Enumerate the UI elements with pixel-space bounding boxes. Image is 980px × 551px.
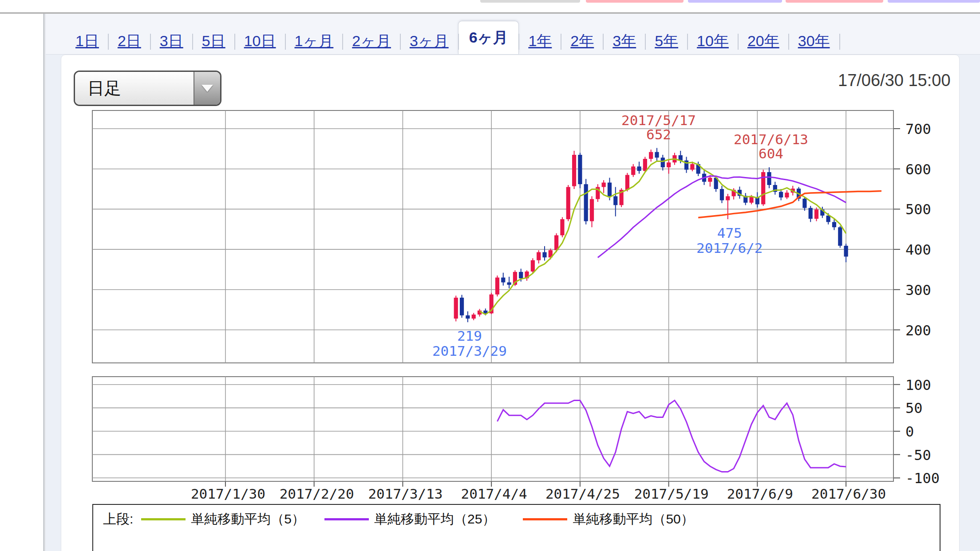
- tab-1year[interactable]: 1年: [519, 28, 561, 54]
- ma25-legend-label: 単純移動平均（25）: [374, 510, 495, 528]
- interval-select-value[interactable]: 日足: [75, 72, 194, 105]
- tab-2month[interactable]: 2ヶ月: [343, 28, 400, 54]
- tab-1day[interactable]: 1日: [66, 28, 108, 54]
- last-update-time: 17/06/30 15:00: [838, 71, 967, 90]
- legend-row: 上段: 単純移動平均（5） 単純移動平均（25） 単純移動平均（50）: [93, 505, 940, 528]
- ma25-line-swatch: [324, 518, 369, 520]
- cutoff-button-stub: [688, 0, 782, 3]
- cutoff-button-stub: [480, 0, 580, 3]
- tab-20year[interactable]: 20年: [738, 28, 789, 54]
- cutoff-button-stub: [786, 0, 883, 3]
- ma5-legend-label: 単純移動平均（5）: [191, 510, 305, 528]
- tab-3day[interactable]: 3日: [150, 28, 193, 54]
- legend-box: 上段: 単純移動平均（5） 単純移動平均（25） 単純移動平均（50）: [92, 504, 940, 551]
- period-tab-bar: 1日 2日 3日 5日 10日 1ヶ月 2ヶ月 3ヶ月 6ヶ月 1年 2年 3年…: [46, 14, 980, 55]
- tab-2year[interactable]: 2年: [561, 28, 603, 54]
- tab-5year[interactable]: 5年: [645, 28, 688, 54]
- chevron-down-icon: [202, 85, 213, 92]
- tab-separator: [839, 28, 847, 54]
- panel-left-border: [43, 14, 44, 551]
- tab-30year[interactable]: 30年: [789, 28, 839, 54]
- ma50-line-swatch: [523, 518, 567, 520]
- tab-5day[interactable]: 5日: [193, 28, 235, 54]
- legend-prefix: 上段:: [103, 510, 133, 528]
- tab-6month-active[interactable]: 6ヶ月: [458, 21, 519, 54]
- ma5-line-swatch: [141, 518, 186, 520]
- chart-panel: [61, 55, 960, 551]
- tab-1month[interactable]: 1ヶ月: [285, 28, 343, 54]
- cutoff-button-stub: [888, 0, 980, 3]
- tab-2day[interactable]: 2日: [108, 28, 150, 54]
- tab-3month[interactable]: 3ヶ月: [400, 28, 458, 54]
- period-tabs: 1日 2日 3日 5日 10日 1ヶ月 2ヶ月 3ヶ月 6ヶ月 1年 2年 3年…: [46, 14, 980, 54]
- ma50-legend-label: 単純移動平均（50）: [573, 510, 694, 528]
- tab-10year[interactable]: 10年: [688, 28, 738, 54]
- tab-3year[interactable]: 3年: [603, 28, 645, 54]
- dropdown-arrow-button[interactable]: [194, 72, 220, 105]
- cutoff-button-stub: [586, 0, 684, 3]
- interval-select[interactable]: 日足: [74, 71, 221, 106]
- tab-10day[interactable]: 10日: [235, 28, 285, 54]
